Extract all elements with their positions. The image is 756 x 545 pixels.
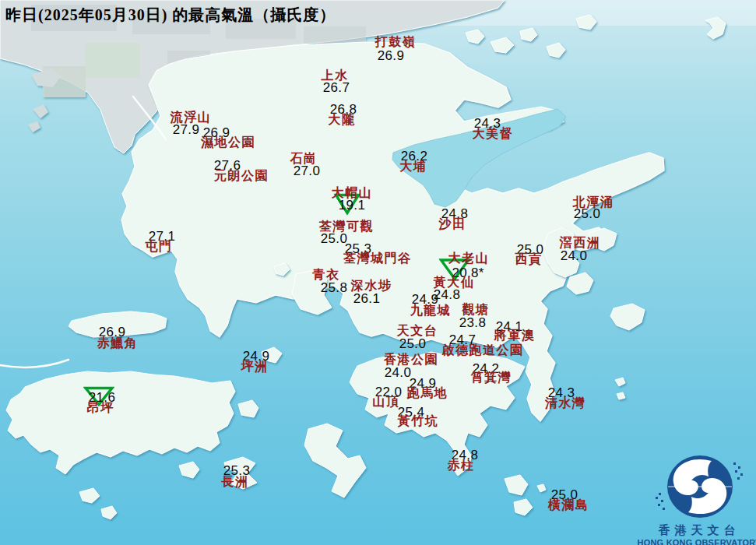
station-name-label: 大美督: [473, 128, 514, 140]
station-name-label: 荃灣可觀: [319, 220, 374, 233]
station-name-label: 大老山: [448, 252, 490, 265]
station-value: 25.0: [321, 232, 347, 245]
station-value: 25.0: [574, 207, 600, 220]
station-value: 27.0: [294, 164, 320, 178]
station-value: 24.0: [385, 366, 411, 379]
hko-logo-icon: [637, 452, 756, 522]
station-name-label: 將軍澳: [494, 329, 536, 342]
station-name-label: 石崗: [290, 153, 318, 165]
station-name-label: 橫瀾島: [548, 499, 589, 512]
station-value: 26.9: [378, 49, 404, 62]
station-name-label: 大隴: [329, 114, 356, 126]
page-title: 昨日(2025年05月30日) 的最高氣溫（攝氏度）: [5, 5, 336, 26]
station-name-label: 啟德跑道公園: [442, 344, 524, 357]
station-value: 19.1: [339, 199, 365, 212]
station-name-label: 山頂: [373, 396, 400, 408]
station-name-label: 元朗公園: [214, 170, 269, 182]
station-name-label: 濕地公園: [201, 136, 255, 149]
station-value: 26.7: [323, 81, 350, 94]
logo-title-en: HONG KONG OBSERVATORY: [637, 538, 756, 545]
station-name-label: 北潭涌: [573, 196, 614, 209]
station-name-label: 跑馬地: [407, 387, 448, 399]
station-value: 26.1: [353, 292, 380, 305]
station-name-label: 滘西洲: [560, 237, 601, 249]
station-name-label: 昂坪: [87, 402, 114, 414]
station-name-label: 九龍城: [410, 304, 452, 317]
station-value: 27.9: [173, 123, 199, 136]
station-name-label: 打鼓嶺: [375, 36, 417, 48]
station-name-label: 青衣: [313, 269, 340, 281]
station-value: 23.8: [459, 316, 486, 329]
station-name-label: 天文台: [397, 325, 438, 337]
weather-map-page: 昨日(2025年05月30日) 的最高氣溫（攝氏度） 26.9打鼓嶺26.7上水…: [0, 0, 756, 545]
logo-title-zh: 香港天文台: [637, 523, 756, 538]
station-name-label: 筲箕灣: [471, 371, 512, 384]
hko-logo: 香港天文台 HONG KONG OBSERVATORY: [637, 452, 756, 545]
station-name-label: 黃竹坑: [398, 415, 439, 427]
station-name-label: 黃大仙: [434, 276, 475, 289]
station-name-label: 清水灣: [545, 397, 586, 410]
station-name-label: 坪洲: [241, 360, 269, 373]
station-name-label: 上水: [322, 69, 349, 82]
station-name-label: 流浮山: [171, 111, 212, 124]
station-name-label: 香港公園: [384, 353, 438, 366]
station-name-label: 沙田: [439, 218, 466, 230]
station-value: 25.8: [321, 281, 347, 294]
station-name-label: 觀塘: [462, 304, 490, 316]
station-name-label: 荃灣城門谷: [343, 252, 412, 265]
station-name-label: 赤柱: [448, 459, 475, 472]
station-value: 25.0: [399, 337, 426, 350]
station-name-label: 西貢: [515, 253, 543, 265]
station-name-label: 屯門: [146, 241, 173, 253]
station-value: 24.0: [561, 249, 587, 262]
station-name-label: 赤鱲角: [97, 337, 139, 350]
station-name-label: 深水埗: [351, 280, 392, 292]
station-name-label: 大帽山: [332, 187, 373, 199]
station-name-label: 長洲: [222, 476, 249, 488]
station-name-label: 大埔: [400, 160, 427, 173]
